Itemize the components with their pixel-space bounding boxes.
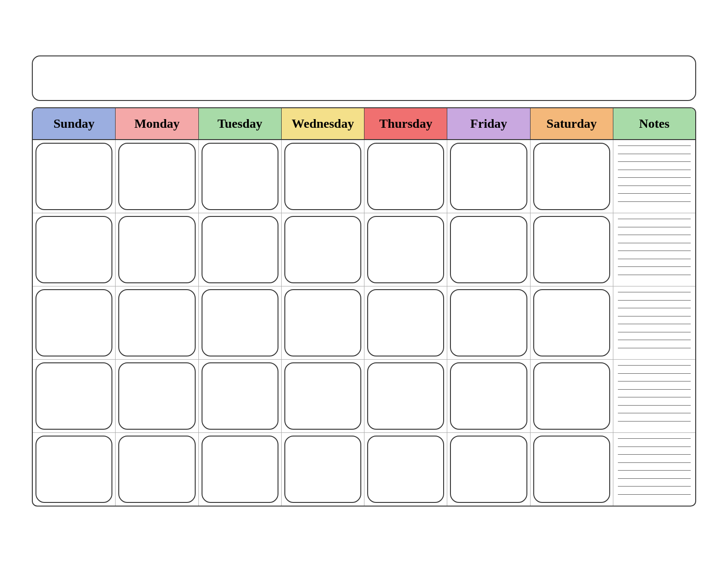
header-friday: Friday [447, 108, 530, 139]
week4-thursday[interactable] [364, 360, 447, 432]
week2-wednesday[interactable] [282, 213, 364, 286]
week-row-4 [33, 360, 695, 433]
week5-friday[interactable] [447, 433, 530, 506]
week2-friday[interactable] [447, 213, 530, 286]
notes-week4[interactable] [613, 360, 695, 432]
week2-monday[interactable] [116, 213, 198, 286]
week3-tuesday[interactable] [199, 286, 282, 359]
week-row-1 [33, 140, 695, 213]
friday-label: Friday [470, 116, 507, 130]
notes-week3[interactable] [613, 286, 695, 359]
week5-saturday[interactable] [531, 433, 613, 506]
monday-label: Monday [134, 116, 180, 130]
week1-saturday[interactable] [531, 140, 613, 213]
header-saturday: Saturday [531, 108, 613, 139]
week-row-5 [33, 433, 695, 506]
week3-monday[interactable] [116, 286, 198, 359]
thursday-label: Thursday [379, 116, 432, 130]
week5-sunday[interactable] [33, 433, 116, 506]
week1-sunday[interactable] [33, 140, 116, 213]
header-wednesday: Wednesday [282, 108, 364, 139]
week3-wednesday[interactable] [282, 286, 364, 359]
week1-thursday[interactable] [364, 140, 447, 213]
week1-tuesday[interactable] [199, 140, 282, 213]
wednesday-label: Wednesday [292, 116, 354, 130]
week2-tuesday[interactable] [199, 213, 282, 286]
saturday-label: Saturday [546, 116, 597, 130]
week4-monday[interactable] [116, 360, 198, 432]
week3-sunday[interactable] [33, 286, 116, 359]
notes-week5[interactable] [613, 433, 695, 506]
week5-thursday[interactable] [364, 433, 447, 506]
week4-sunday[interactable] [33, 360, 116, 432]
week3-thursday[interactable] [364, 286, 447, 359]
calendar-body [33, 140, 695, 506]
week4-wednesday[interactable] [282, 360, 364, 432]
week5-monday[interactable] [116, 433, 198, 506]
week4-tuesday[interactable] [199, 360, 282, 432]
header-thursday: Thursday [364, 108, 447, 139]
week2-saturday[interactable] [531, 213, 613, 286]
week1-monday[interactable] [116, 140, 198, 213]
week-row-2 [33, 213, 695, 286]
week2-sunday[interactable] [33, 213, 116, 286]
week1-friday[interactable] [447, 140, 530, 213]
header-sunday: Sunday [33, 108, 116, 139]
week5-wednesday[interactable] [282, 433, 364, 506]
week2-thursday[interactable] [364, 213, 447, 286]
header-row: Sunday Monday Tuesday Wednesday Thursday… [33, 108, 695, 140]
title-bar[interactable] [32, 55, 696, 101]
notes-label: Notes [639, 116, 670, 130]
header-notes: Notes [613, 108, 695, 139]
week3-saturday[interactable] [531, 286, 613, 359]
week4-saturday[interactable] [531, 360, 613, 432]
tuesday-label: Tuesday [217, 116, 263, 130]
notes-week2[interactable] [613, 213, 695, 286]
sunday-label: Sunday [53, 116, 94, 130]
notes-week1[interactable] [613, 140, 695, 213]
week5-tuesday[interactable] [199, 433, 282, 506]
calendar-wrapper: Sunday Monday Tuesday Wednesday Thursday… [23, 46, 705, 516]
week-row-3 [33, 286, 695, 360]
week4-friday[interactable] [447, 360, 530, 432]
header-monday: Monday [116, 108, 198, 139]
week1-wednesday[interactable] [282, 140, 364, 213]
header-tuesday: Tuesday [199, 108, 282, 139]
calendar-container: Sunday Monday Tuesday Wednesday Thursday… [32, 107, 696, 507]
week3-friday[interactable] [447, 286, 530, 359]
